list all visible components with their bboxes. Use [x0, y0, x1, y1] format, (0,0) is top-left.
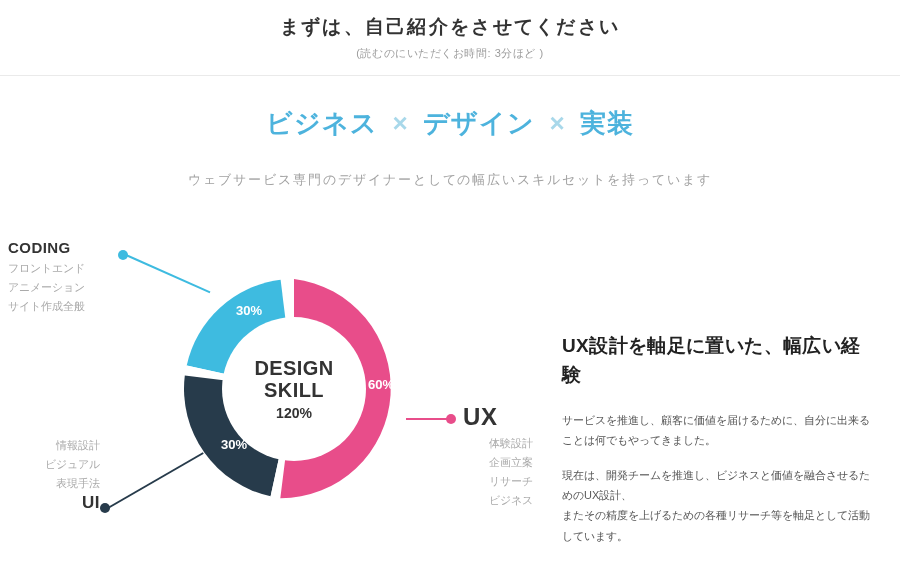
leader-line [406, 418, 454, 420]
label-ux: UX 体験設計 企画立案 リサーチ ビジネス [463, 403, 533, 510]
label-ui-detail: 情報設計 ビジュアル 表現手法 [30, 436, 100, 493]
tagline-design: デザイン [423, 108, 535, 138]
percent-coding: 30% [236, 303, 262, 318]
label-coding-title: CODING [8, 239, 112, 256]
center-title-1: DESIGN [254, 357, 333, 379]
label-ui: 情報設計 ビジュアル 表現手法 UI [30, 433, 100, 513]
page-title: まずは、自己紹介をさせてください [0, 14, 900, 40]
center-title-2: SKILL [264, 379, 324, 401]
center-total: 120% [276, 405, 312, 421]
label-coding-detail: フロントエンド アニメーション サイト作成全般 [8, 259, 112, 316]
tagline-sep-1: × [386, 108, 414, 138]
skills-chart: DESIGN SKILL 120% 60% 30% 30% CODING フロン… [18, 239, 538, 559]
label-ui-title: UI [30, 493, 100, 513]
tagline-sep-2: × [543, 108, 571, 138]
subtagline: ウェブサービス専門のデザイナーとしての幅広いスキルセットを持っています [0, 171, 900, 189]
divider [0, 75, 900, 76]
percent-ux: 60% [368, 377, 394, 392]
label-ux-detail: 体験設計 企画立案 リサーチ ビジネス [463, 434, 533, 510]
label-coding: CODING フロントエンド アニメーション サイト作成全般 [8, 239, 112, 316]
reading-time: (読むのにいただくお時間: 3分ほど ) [0, 46, 900, 61]
desc-heading: UX設計を軸足に置いた、幅広い経験 [562, 331, 872, 390]
description-column: UX設計を軸足に置いた、幅広い経験 サービスを推進し、顧客に価値を届けるために、… [538, 239, 872, 559]
desc-paragraph: 現在は、開発チームを推進し、ビジネスと価値を融合させるためのUX設計、 またその… [562, 465, 872, 546]
label-ux-title: UX [463, 403, 533, 431]
tagline: ビジネス × デザイン × 実装 [0, 106, 900, 141]
tagline-business: ビジネス [266, 108, 378, 138]
percent-ui: 30% [221, 437, 247, 452]
desc-paragraph: サービスを推進し、顧客に価値を届けるために、自分に出来ることは何でもやってきまし… [562, 410, 872, 451]
intro-header: まずは、自己紹介をさせてください (読むのにいただくお時間: 3分ほど ) [0, 0, 900, 61]
tagline-implementation: 実装 [580, 108, 634, 138]
